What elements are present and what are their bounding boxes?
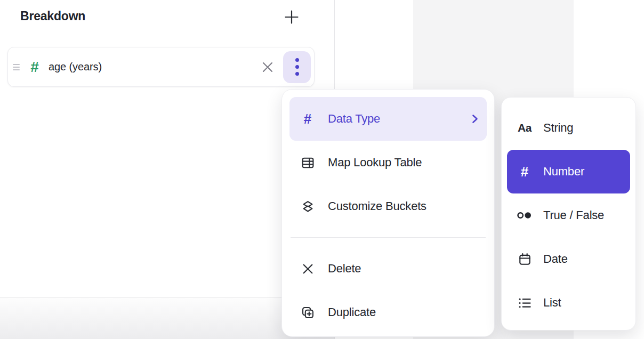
menu-item-customize-buckets[interactable]: Customize Buckets <box>289 184 487 228</box>
menu-item-label: Duplicate <box>328 305 376 319</box>
stack-icon <box>299 198 316 215</box>
table-icon <box>299 154 316 171</box>
copy-plus-icon <box>299 304 316 321</box>
x-icon <box>299 260 316 277</box>
breakdown-title: Breakdown <box>20 9 85 23</box>
number-type-icon: # <box>27 60 43 75</box>
drag-handle-icon[interactable] <box>13 64 20 70</box>
add-breakdown-button[interactable] <box>282 7 301 27</box>
submenu-item-date[interactable]: Date <box>507 237 630 281</box>
boolean-circles-icon <box>514 207 535 224</box>
remove-field-button[interactable] <box>260 59 276 75</box>
hash-icon: # <box>299 110 316 127</box>
field-options-button[interactable] <box>283 51 311 83</box>
submenu-item-label: Number <box>543 165 584 179</box>
submenu-item-list[interactable]: List <box>507 281 630 325</box>
submenu-item-number[interactable]: # Number <box>507 150 630 193</box>
menu-item-label: Map Lookup Table <box>328 156 422 170</box>
breakdown-field-card[interactable]: # age (years) <box>7 47 315 87</box>
string-aa-icon: Aa <box>514 119 535 136</box>
number-hash-icon: # <box>514 163 535 180</box>
field-options-menu: # Data Type Map Lookup Table <box>281 89 495 337</box>
menu-item-label: Data Type <box>328 112 380 126</box>
menu-item-data-type[interactable]: # Data Type <box>289 97 487 141</box>
dot <box>295 58 299 62</box>
submenu-item-label: True / False <box>543 208 604 222</box>
menu-item-delete[interactable]: Delete <box>289 247 487 290</box>
menu-item-label: Delete <box>328 262 361 276</box>
submenu-item-string[interactable]: Aa String <box>507 106 630 150</box>
close-icon <box>261 61 274 74</box>
dot <box>295 72 299 76</box>
app-stage: Breakdown # age (years) <box>0 0 644 339</box>
menu-item-label: Customize Buckets <box>328 199 426 213</box>
field-name: age (years) <box>49 61 102 73</box>
menu-item-duplicate[interactable]: Duplicate <box>289 290 487 334</box>
calendar-icon <box>514 251 535 268</box>
plus-icon <box>284 9 300 25</box>
submenu-item-true-false[interactable]: True / False <box>507 193 630 237</box>
chevron-right-icon <box>472 114 478 124</box>
submenu-item-label: String <box>543 121 573 135</box>
submenu-item-label: Date <box>543 252 568 266</box>
menu-item-map-lookup-table[interactable]: Map Lookup Table <box>289 141 487 184</box>
dot <box>295 65 299 69</box>
menu-divider <box>291 237 486 238</box>
data-type-submenu: Aa String # Number True / False <box>501 97 636 330</box>
submenu-item-label: List <box>543 296 561 310</box>
list-icon <box>514 294 535 311</box>
